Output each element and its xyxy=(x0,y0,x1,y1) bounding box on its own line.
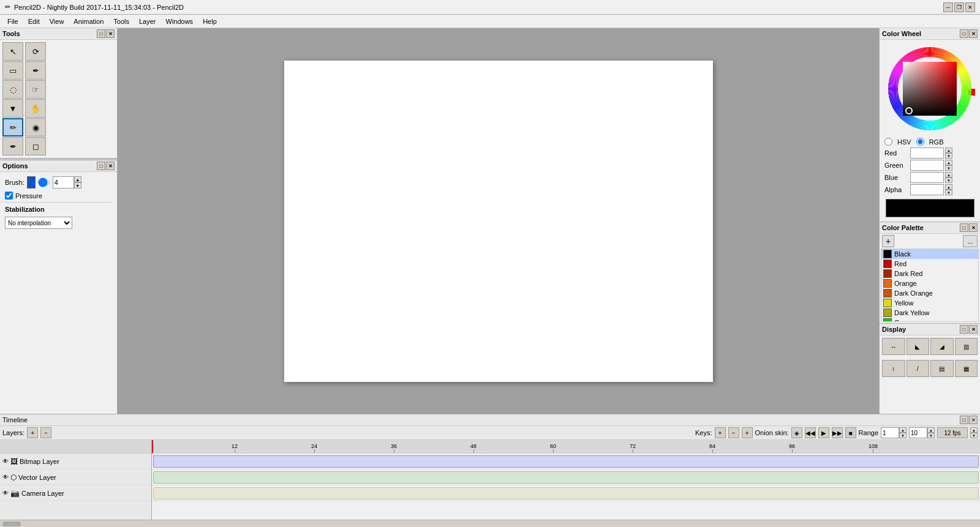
restore-button[interactable]: ❐ xyxy=(954,2,964,12)
blue-spin-down[interactable]: ▼ xyxy=(945,178,952,183)
tilt-left-button[interactable]: ◣ xyxy=(907,338,930,355)
play-button[interactable]: ▶ xyxy=(818,427,829,438)
layer-row-1[interactable]: 👁 ⬡ Vector Layer xyxy=(0,469,151,485)
keys-add-button[interactable]: + xyxy=(715,427,726,438)
menu-item-layer[interactable]: Layer xyxy=(134,17,161,26)
bucket-tool[interactable]: ◉ xyxy=(25,118,46,136)
layer-row-2[interactable]: 👁 📷 Camera Layer xyxy=(0,485,151,501)
minimize-button[interactable]: ─ xyxy=(943,2,953,12)
play-back-button[interactable]: ◀◀ xyxy=(805,427,816,438)
blank1-button[interactable]: ▤ xyxy=(930,360,954,377)
pencil-tool[interactable]: ✏ xyxy=(2,118,23,136)
palette-item-2[interactable]: Dark Red xyxy=(881,269,978,278)
flip-v-button[interactable]: ↕ xyxy=(882,360,905,377)
range-end-input[interactable]: 10 xyxy=(909,427,927,438)
range-end-up[interactable]: ▲ xyxy=(927,427,935,433)
layer-visibility-1[interactable]: 👁 xyxy=(2,474,9,480)
select-tool[interactable]: ↖ xyxy=(2,42,23,61)
palette-add-button[interactable]: + xyxy=(882,235,894,247)
layer-visibility-2[interactable]: 👁 xyxy=(2,490,9,496)
menu-item-windows[interactable]: Windows xyxy=(161,17,198,26)
display-close-btn[interactable]: ✕ xyxy=(969,325,978,334)
options-float-btn[interactable]: □ xyxy=(97,162,105,170)
palette-item-1[interactable]: Red xyxy=(881,259,978,269)
eyedropper-tool[interactable]: ✒ xyxy=(25,61,46,80)
palette-item-5[interactable]: Yellow xyxy=(881,298,978,308)
palette-item-4[interactable]: Dark Orange xyxy=(881,288,978,298)
range-start-up[interactable]: ▲ xyxy=(899,427,907,433)
color-wheel-float-btn[interactable]: □ xyxy=(960,29,968,38)
menu-item-view[interactable]: View xyxy=(45,17,69,26)
palette-item-3[interactable]: Orange xyxy=(881,278,978,288)
color-palette-close-btn[interactable]: ✕ xyxy=(969,223,978,232)
titlebar-controls[interactable]: ─ ❐ ✕ xyxy=(943,2,975,12)
remove-layer-button[interactable]: − xyxy=(40,427,51,438)
tools-panel-float-btn[interactable]: □ xyxy=(97,29,105,38)
fps-up[interactable]: ▲ xyxy=(970,427,978,433)
palette-item-7[interactable]: Green xyxy=(881,318,978,322)
timeline-header-buttons[interactable]: □ ✕ xyxy=(960,416,978,424)
lasso-tool[interactable]: ⟳ xyxy=(25,42,46,61)
green-spin-down[interactable]: ▼ xyxy=(945,165,952,171)
keys-remove-button[interactable]: − xyxy=(728,427,739,438)
range-start-input[interactable]: 1 xyxy=(881,427,899,438)
scrollbar-thumb[interactable] xyxy=(2,521,21,526)
range-end-down[interactable]: ▼ xyxy=(927,433,935,438)
close-button[interactable]: ✕ xyxy=(965,2,975,12)
tools-panel-header-buttons[interactable]: □ ✕ xyxy=(97,29,115,38)
alpha-input[interactable]: 255 xyxy=(910,184,944,195)
lasso2-tool[interactable]: ◌ xyxy=(2,80,23,99)
display-panel-header-buttons[interactable]: □ ✕ xyxy=(960,325,978,334)
menu-item-edit[interactable]: Edit xyxy=(23,17,45,26)
brush-spin-down[interactable]: ▼ xyxy=(74,182,81,189)
timeline-scrollbar[interactable] xyxy=(0,520,980,527)
green-input[interactable]: 0 xyxy=(910,160,944,171)
blue-input[interactable]: 0 xyxy=(910,172,944,183)
drawing-canvas[interactable] xyxy=(284,61,713,382)
alpha-spin-up[interactable]: ▲ xyxy=(945,184,952,190)
options-close-btn[interactable]: ✕ xyxy=(106,162,115,170)
brush-slider[interactable] xyxy=(38,178,50,187)
flip-h-button[interactable]: ↔ xyxy=(882,338,905,355)
fill-tool[interactable]: ▼ xyxy=(2,99,23,118)
add-layer-button[interactable]: + xyxy=(27,427,38,438)
tilt-right-button[interactable]: ◢ xyxy=(930,338,954,355)
hand-tool[interactable]: ✋ xyxy=(25,99,46,118)
overlay-button[interactable]: ▥ xyxy=(955,338,978,355)
pen-tool[interactable]: ✒ xyxy=(2,137,23,155)
stop-button[interactable]: ■ xyxy=(845,427,856,438)
layer-visibility-0[interactable]: 👁 xyxy=(2,458,9,465)
menu-item-animation[interactable]: Animation xyxy=(69,17,108,26)
pen-mode-button[interactable]: / xyxy=(907,360,930,377)
play-loop-button[interactable]: ▶▶ xyxy=(832,427,843,438)
color-wheel-close-btn[interactable]: ✕ xyxy=(969,29,978,38)
color-wheel-canvas[interactable] xyxy=(884,43,975,134)
interpolation-select[interactable]: No interpolation Simple Strong xyxy=(5,217,72,229)
menu-item-help[interactable]: Help xyxy=(198,17,222,26)
alpha-spin-down[interactable]: ▼ xyxy=(945,190,952,195)
display-float-btn[interactable]: □ xyxy=(960,325,968,334)
palette-item-0[interactable]: Black xyxy=(881,249,978,259)
tools-panel-close-btn[interactable]: ✕ xyxy=(106,29,115,38)
color-palette-header-buttons[interactable]: □ ✕ xyxy=(960,223,978,232)
red-spin-down[interactable]: ▼ xyxy=(945,153,952,159)
fps-down[interactable]: ▼ xyxy=(970,433,978,438)
blank2-button[interactable]: ▦ xyxy=(955,360,978,377)
playhead[interactable] xyxy=(152,440,153,453)
rgb-radio[interactable] xyxy=(916,138,924,146)
timeline-float-btn[interactable]: □ xyxy=(960,416,968,424)
layer-row-0[interactable]: 👁 🖼 Bitmap Layer xyxy=(0,454,151,469)
options-header-buttons[interactable]: □ ✕ xyxy=(97,162,115,170)
menu-item-tools[interactable]: Tools xyxy=(108,17,134,26)
keys-duplicate-button[interactable]: + xyxy=(742,427,753,438)
range-start-down[interactable]: ▼ xyxy=(899,433,907,438)
pressure-checkbox[interactable] xyxy=(5,192,13,200)
brush-spin-up[interactable]: ▲ xyxy=(74,176,81,182)
palette-menu-button[interactable]: ... xyxy=(963,235,978,247)
color-wheel-display[interactable] xyxy=(884,43,975,134)
eraser-tool[interactable]: ◻ xyxy=(25,137,46,155)
rect-select-tool[interactable]: ▭ xyxy=(2,61,23,80)
green-spin-up[interactable]: ▲ xyxy=(945,160,952,165)
timeline-close-btn[interactable]: ✕ xyxy=(969,416,978,424)
hsv-radio[interactable] xyxy=(884,138,892,146)
